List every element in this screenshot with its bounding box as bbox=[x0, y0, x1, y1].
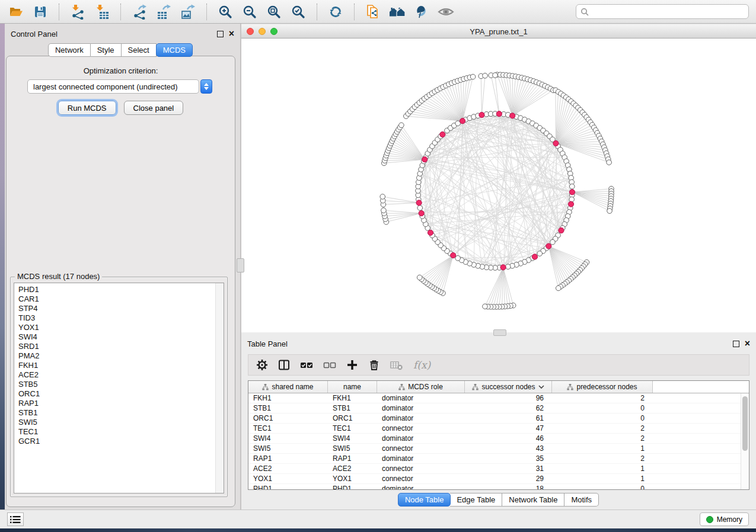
maximize-window-icon[interactable] bbox=[270, 28, 277, 35]
mcds-result-item[interactable]: YOX1 bbox=[18, 323, 224, 332]
table-cell[interactable]: SWI4 bbox=[248, 434, 328, 443]
table-cell[interactable]: connector bbox=[377, 464, 465, 473]
table-cell[interactable]: ACE2 bbox=[328, 464, 377, 473]
table-row[interactable]: ACE2ACE2connector311 bbox=[248, 464, 749, 474]
mcds-result-item[interactable]: ORC1 bbox=[18, 389, 224, 399]
clone-network-button[interactable] bbox=[364, 3, 382, 21]
task-history-button[interactable] bbox=[7, 512, 24, 526]
tab-edge-table[interactable]: Edge Table bbox=[450, 493, 502, 507]
export-network-button[interactable] bbox=[130, 3, 148, 21]
run-mcds-button[interactable]: Run MCDS bbox=[58, 101, 116, 115]
table-cell[interactable]: PHD1 bbox=[248, 485, 328, 490]
mcds-result-item[interactable]: TEC1 bbox=[18, 427, 224, 437]
table-cell[interactable]: 0 bbox=[552, 404, 653, 412]
import-table-button[interactable] bbox=[93, 3, 111, 21]
tab-network[interactable]: Network bbox=[48, 43, 91, 57]
table-cell[interactable]: SWI5 bbox=[248, 444, 328, 453]
table-row[interactable]: YOX1YOX1connector291 bbox=[248, 474, 749, 484]
table-cell[interactable]: YOX1 bbox=[328, 475, 377, 483]
close-panel-button[interactable]: Close panel bbox=[124, 101, 184, 115]
network-canvas[interactable] bbox=[241, 39, 756, 332]
column-header-predecessor-nodes[interactable]: predecessor nodes bbox=[552, 381, 653, 393]
table-cell[interactable]: dominator bbox=[377, 434, 465, 443]
table-row[interactable]: ORC1ORC1dominator610 bbox=[248, 414, 749, 424]
table-cell[interactable]: PHD1 bbox=[328, 485, 377, 490]
table-cell[interactable]: FKH1 bbox=[248, 394, 328, 402]
table-cell[interactable]: dominator bbox=[377, 404, 465, 412]
search-input[interactable] bbox=[592, 7, 744, 17]
hide-graphics-details-button[interactable] bbox=[413, 3, 430, 21]
save-session-button[interactable] bbox=[31, 3, 49, 21]
column-header-shared-name[interactable]: shared name bbox=[248, 381, 328, 393]
export-image-button[interactable] bbox=[179, 3, 197, 21]
export-table-button[interactable] bbox=[155, 3, 173, 21]
table-cell[interactable]: dominator bbox=[377, 394, 465, 402]
mcds-result-item[interactable]: ACE2 bbox=[18, 370, 224, 380]
table-cell[interactable]: ORC1 bbox=[328, 414, 377, 422]
float-panel-icon[interactable] bbox=[217, 31, 224, 37]
table-cell[interactable]: 46 bbox=[465, 434, 552, 443]
table-row[interactable]: RAP1RAP1dominator352 bbox=[248, 454, 749, 464]
mcds-result-item[interactable]: PHD1 bbox=[18, 285, 224, 294]
table-cell[interactable]: TEC1 bbox=[328, 424, 377, 432]
network-titlebar[interactable]: YPA_prune.txt_1 bbox=[241, 25, 756, 39]
table-cell[interactable]: 61 bbox=[465, 414, 552, 422]
open-file-button[interactable] bbox=[7, 3, 25, 21]
table-cell[interactable]: 1 bbox=[552, 475, 653, 483]
table-cell[interactable]: STB1 bbox=[328, 404, 377, 412]
mcds-result-item[interactable]: SRD1 bbox=[18, 342, 224, 351]
table-cell[interactable]: RAP1 bbox=[248, 454, 328, 463]
horizontal-splitter-handle[interactable] bbox=[493, 329, 506, 336]
criterion-dropdown[interactable]: largest connected component (undirected) bbox=[27, 79, 212, 94]
zoom-in-button[interactable] bbox=[216, 3, 234, 21]
column-header-successor-nodes[interactable]: successor nodes bbox=[465, 381, 552, 393]
table-cell[interactable]: 62 bbox=[465, 404, 552, 412]
tab-select[interactable]: Select bbox=[122, 43, 157, 57]
mcds-result-item[interactable]: SWI5 bbox=[18, 418, 224, 427]
zoom-out-button[interactable] bbox=[241, 3, 259, 21]
table-settings-button[interactable] bbox=[256, 359, 268, 371]
home-button[interactable] bbox=[388, 3, 406, 21]
memory-button[interactable]: Memory bbox=[700, 512, 749, 526]
table-cell[interactable]: ORC1 bbox=[248, 414, 328, 422]
zoom-fit-button[interactable] bbox=[265, 3, 283, 21]
table-cell[interactable]: 0 bbox=[552, 485, 653, 490]
mcds-result-item[interactable]: GCR1 bbox=[18, 437, 224, 446]
float-panel-icon[interactable] bbox=[733, 341, 739, 347]
table-cell[interactable]: TEC1 bbox=[248, 424, 328, 432]
dropdown-stepper[interactable] bbox=[200, 79, 212, 94]
minimize-window-icon[interactable] bbox=[259, 28, 266, 35]
mcds-result-item[interactable]: FKH1 bbox=[18, 361, 224, 370]
tab-motifs[interactable]: Motifs bbox=[564, 493, 599, 507]
table-cell[interactable]: 1 bbox=[552, 464, 653, 473]
mcds-result-list[interactable]: PHD1CAR1STP4TID3YOX1SWI4SRD1PMA2FKH1ACE2… bbox=[14, 283, 224, 493]
function-builder-button[interactable]: f(x) bbox=[413, 359, 430, 371]
show-columns-button[interactable] bbox=[278, 359, 290, 371]
tab-node-table[interactable]: Node Table bbox=[398, 493, 451, 507]
table-cell[interactable]: connector bbox=[377, 424, 465, 432]
table-cell[interactable]: 18 bbox=[465, 485, 552, 490]
create-column-button[interactable] bbox=[346, 359, 358, 371]
table-cell[interactable]: 29 bbox=[465, 475, 552, 483]
table-cell[interactable]: dominator bbox=[377, 414, 465, 422]
refresh-button[interactable] bbox=[327, 3, 344, 21]
table-cell[interactable]: RAP1 bbox=[328, 454, 377, 463]
mcds-result-item[interactable]: TID3 bbox=[18, 313, 224, 323]
table-row[interactable]: SWI4SWI4dominator462 bbox=[248, 434, 749, 444]
column-header-name[interactable]: name bbox=[328, 381, 377, 393]
table-cell[interactable]: 2 bbox=[552, 424, 653, 432]
table-cell[interactable]: 35 bbox=[465, 454, 552, 463]
mcds-result-item[interactable]: PMA2 bbox=[18, 351, 224, 361]
tab-network-table[interactable]: Network Table bbox=[502, 493, 564, 507]
tab-mcds[interactable]: MCDS bbox=[156, 43, 193, 57]
import-network-button[interactable] bbox=[69, 3, 87, 21]
show-graphics-details-button[interactable] bbox=[437, 3, 455, 21]
table-scrollbar-thumb[interactable] bbox=[742, 396, 748, 451]
zoom-selected-button[interactable] bbox=[289, 3, 307, 21]
table-cell[interactable]: connector bbox=[377, 444, 465, 453]
table-cell[interactable]: YOX1 bbox=[248, 475, 328, 483]
table-cell[interactable]: FKH1 bbox=[328, 394, 377, 402]
table-row[interactable]: STB1STB1dominator620 bbox=[248, 403, 749, 414]
table-cell[interactable]: connector bbox=[377, 475, 465, 483]
mcds-result-item[interactable]: STP4 bbox=[18, 304, 224, 313]
